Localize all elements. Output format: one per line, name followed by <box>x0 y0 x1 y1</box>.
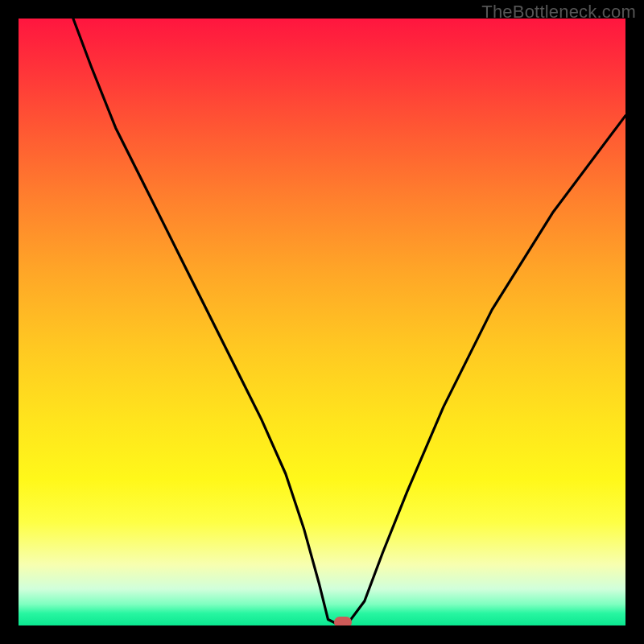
plot-area <box>19 19 625 625</box>
watermark-text: TheBottleneck.com <box>481 2 636 23</box>
bottleneck-curve <box>73 19 625 625</box>
curve-svg <box>19 19 625 625</box>
minimum-marker <box>334 617 352 625</box>
chart-frame: TheBottleneck.com <box>0 0 644 644</box>
